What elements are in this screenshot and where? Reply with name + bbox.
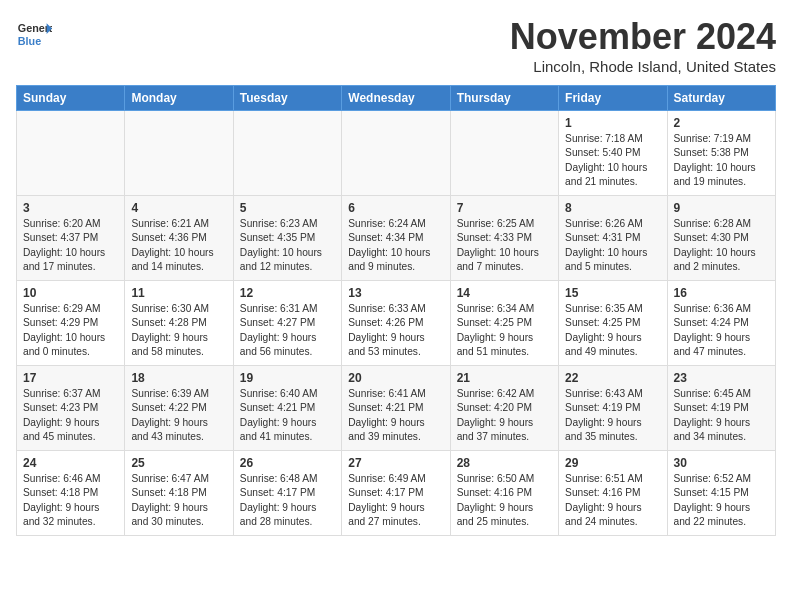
day-info: Sunrise: 6:45 AM Sunset: 4:19 PM Dayligh…	[674, 387, 769, 444]
calendar-cell: 18Sunrise: 6:39 AM Sunset: 4:22 PM Dayli…	[125, 366, 233, 451]
day-number: 27	[348, 456, 443, 470]
day-info: Sunrise: 6:33 AM Sunset: 4:26 PM Dayligh…	[348, 302, 443, 359]
day-info: Sunrise: 6:28 AM Sunset: 4:30 PM Dayligh…	[674, 217, 769, 274]
day-number: 12	[240, 286, 335, 300]
day-info: Sunrise: 6:46 AM Sunset: 4:18 PM Dayligh…	[23, 472, 118, 529]
calendar-cell: 17Sunrise: 6:37 AM Sunset: 4:23 PM Dayli…	[17, 366, 125, 451]
day-number: 13	[348, 286, 443, 300]
day-header-friday: Friday	[559, 86, 667, 111]
calendar-cell: 4Sunrise: 6:21 AM Sunset: 4:36 PM Daylig…	[125, 196, 233, 281]
day-info: Sunrise: 6:23 AM Sunset: 4:35 PM Dayligh…	[240, 217, 335, 274]
calendar-subtitle: Lincoln, Rhode Island, United States	[510, 58, 776, 75]
day-number: 11	[131, 286, 226, 300]
day-number: 19	[240, 371, 335, 385]
calendar-cell: 8Sunrise: 6:26 AM Sunset: 4:31 PM Daylig…	[559, 196, 667, 281]
calendar-cell: 12Sunrise: 6:31 AM Sunset: 4:27 PM Dayli…	[233, 281, 341, 366]
day-info: Sunrise: 6:35 AM Sunset: 4:25 PM Dayligh…	[565, 302, 660, 359]
day-info: Sunrise: 6:34 AM Sunset: 4:25 PM Dayligh…	[457, 302, 552, 359]
day-number: 10	[23, 286, 118, 300]
day-info: Sunrise: 6:20 AM Sunset: 4:37 PM Dayligh…	[23, 217, 118, 274]
day-info: Sunrise: 6:37 AM Sunset: 4:23 PM Dayligh…	[23, 387, 118, 444]
calendar-header-row: SundayMondayTuesdayWednesdayThursdayFrid…	[17, 86, 776, 111]
calendar-cell: 15Sunrise: 6:35 AM Sunset: 4:25 PM Dayli…	[559, 281, 667, 366]
day-number: 9	[674, 201, 769, 215]
calendar-cell: 5Sunrise: 6:23 AM Sunset: 4:35 PM Daylig…	[233, 196, 341, 281]
calendar-cell: 9Sunrise: 6:28 AM Sunset: 4:30 PM Daylig…	[667, 196, 775, 281]
calendar-cell	[450, 111, 558, 196]
calendar-cell: 26Sunrise: 6:48 AM Sunset: 4:17 PM Dayli…	[233, 451, 341, 536]
day-info: Sunrise: 6:52 AM Sunset: 4:15 PM Dayligh…	[674, 472, 769, 529]
day-number: 1	[565, 116, 660, 130]
calendar-cell: 19Sunrise: 6:40 AM Sunset: 4:21 PM Dayli…	[233, 366, 341, 451]
day-number: 17	[23, 371, 118, 385]
day-number: 2	[674, 116, 769, 130]
day-number: 7	[457, 201, 552, 215]
day-info: Sunrise: 7:19 AM Sunset: 5:38 PM Dayligh…	[674, 132, 769, 189]
week-row-4: 17Sunrise: 6:37 AM Sunset: 4:23 PM Dayli…	[17, 366, 776, 451]
day-number: 23	[674, 371, 769, 385]
day-number: 14	[457, 286, 552, 300]
day-number: 28	[457, 456, 552, 470]
day-info: Sunrise: 6:24 AM Sunset: 4:34 PM Dayligh…	[348, 217, 443, 274]
calendar-cell: 29Sunrise: 6:51 AM Sunset: 4:16 PM Dayli…	[559, 451, 667, 536]
day-number: 22	[565, 371, 660, 385]
day-info: Sunrise: 6:31 AM Sunset: 4:27 PM Dayligh…	[240, 302, 335, 359]
day-header-thursday: Thursday	[450, 86, 558, 111]
day-info: Sunrise: 6:39 AM Sunset: 4:22 PM Dayligh…	[131, 387, 226, 444]
calendar-cell: 28Sunrise: 6:50 AM Sunset: 4:16 PM Dayli…	[450, 451, 558, 536]
logo: General Blue	[16, 16, 52, 52]
calendar-cell	[342, 111, 450, 196]
day-info: Sunrise: 6:49 AM Sunset: 4:17 PM Dayligh…	[348, 472, 443, 529]
calendar-cell: 6Sunrise: 6:24 AM Sunset: 4:34 PM Daylig…	[342, 196, 450, 281]
day-header-monday: Monday	[125, 86, 233, 111]
day-info: Sunrise: 6:26 AM Sunset: 4:31 PM Dayligh…	[565, 217, 660, 274]
day-number: 5	[240, 201, 335, 215]
day-info: Sunrise: 6:30 AM Sunset: 4:28 PM Dayligh…	[131, 302, 226, 359]
calendar-cell	[233, 111, 341, 196]
day-info: Sunrise: 6:21 AM Sunset: 4:36 PM Dayligh…	[131, 217, 226, 274]
header: General Blue November 2024 Lincoln, Rhod…	[16, 16, 776, 75]
calendar-cell	[17, 111, 125, 196]
day-number: 8	[565, 201, 660, 215]
week-row-2: 3Sunrise: 6:20 AM Sunset: 4:37 PM Daylig…	[17, 196, 776, 281]
calendar-cell: 13Sunrise: 6:33 AM Sunset: 4:26 PM Dayli…	[342, 281, 450, 366]
day-info: Sunrise: 6:25 AM Sunset: 4:33 PM Dayligh…	[457, 217, 552, 274]
week-row-3: 10Sunrise: 6:29 AM Sunset: 4:29 PM Dayli…	[17, 281, 776, 366]
day-info: Sunrise: 6:40 AM Sunset: 4:21 PM Dayligh…	[240, 387, 335, 444]
day-header-wednesday: Wednesday	[342, 86, 450, 111]
calendar-cell: 24Sunrise: 6:46 AM Sunset: 4:18 PM Dayli…	[17, 451, 125, 536]
day-header-tuesday: Tuesday	[233, 86, 341, 111]
day-number: 6	[348, 201, 443, 215]
calendar-cell: 23Sunrise: 6:45 AM Sunset: 4:19 PM Dayli…	[667, 366, 775, 451]
day-number: 20	[348, 371, 443, 385]
calendar-title: November 2024	[510, 16, 776, 58]
calendar-cell: 16Sunrise: 6:36 AM Sunset: 4:24 PM Dayli…	[667, 281, 775, 366]
day-info: Sunrise: 6:47 AM Sunset: 4:18 PM Dayligh…	[131, 472, 226, 529]
day-number: 4	[131, 201, 226, 215]
day-info: Sunrise: 6:36 AM Sunset: 4:24 PM Dayligh…	[674, 302, 769, 359]
calendar-body: 1Sunrise: 7:18 AM Sunset: 5:40 PM Daylig…	[17, 111, 776, 536]
day-number: 15	[565, 286, 660, 300]
calendar-cell: 25Sunrise: 6:47 AM Sunset: 4:18 PM Dayli…	[125, 451, 233, 536]
day-header-saturday: Saturday	[667, 86, 775, 111]
calendar-cell: 7Sunrise: 6:25 AM Sunset: 4:33 PM Daylig…	[450, 196, 558, 281]
calendar-cell: 21Sunrise: 6:42 AM Sunset: 4:20 PM Dayli…	[450, 366, 558, 451]
calendar-table: SundayMondayTuesdayWednesdayThursdayFrid…	[16, 85, 776, 536]
calendar-cell: 11Sunrise: 6:30 AM Sunset: 4:28 PM Dayli…	[125, 281, 233, 366]
week-row-5: 24Sunrise: 6:46 AM Sunset: 4:18 PM Dayli…	[17, 451, 776, 536]
calendar-cell: 1Sunrise: 7:18 AM Sunset: 5:40 PM Daylig…	[559, 111, 667, 196]
day-info: Sunrise: 6:50 AM Sunset: 4:16 PM Dayligh…	[457, 472, 552, 529]
calendar-cell: 20Sunrise: 6:41 AM Sunset: 4:21 PM Dayli…	[342, 366, 450, 451]
day-info: Sunrise: 6:29 AM Sunset: 4:29 PM Dayligh…	[23, 302, 118, 359]
calendar-cell: 14Sunrise: 6:34 AM Sunset: 4:25 PM Dayli…	[450, 281, 558, 366]
calendar-cell: 3Sunrise: 6:20 AM Sunset: 4:37 PM Daylig…	[17, 196, 125, 281]
day-info: Sunrise: 6:48 AM Sunset: 4:17 PM Dayligh…	[240, 472, 335, 529]
day-info: Sunrise: 6:43 AM Sunset: 4:19 PM Dayligh…	[565, 387, 660, 444]
week-row-1: 1Sunrise: 7:18 AM Sunset: 5:40 PM Daylig…	[17, 111, 776, 196]
day-info: Sunrise: 6:41 AM Sunset: 4:21 PM Dayligh…	[348, 387, 443, 444]
day-number: 18	[131, 371, 226, 385]
day-info: Sunrise: 6:51 AM Sunset: 4:16 PM Dayligh…	[565, 472, 660, 529]
day-number: 26	[240, 456, 335, 470]
svg-text:Blue: Blue	[18, 35, 41, 47]
day-header-sunday: Sunday	[17, 86, 125, 111]
